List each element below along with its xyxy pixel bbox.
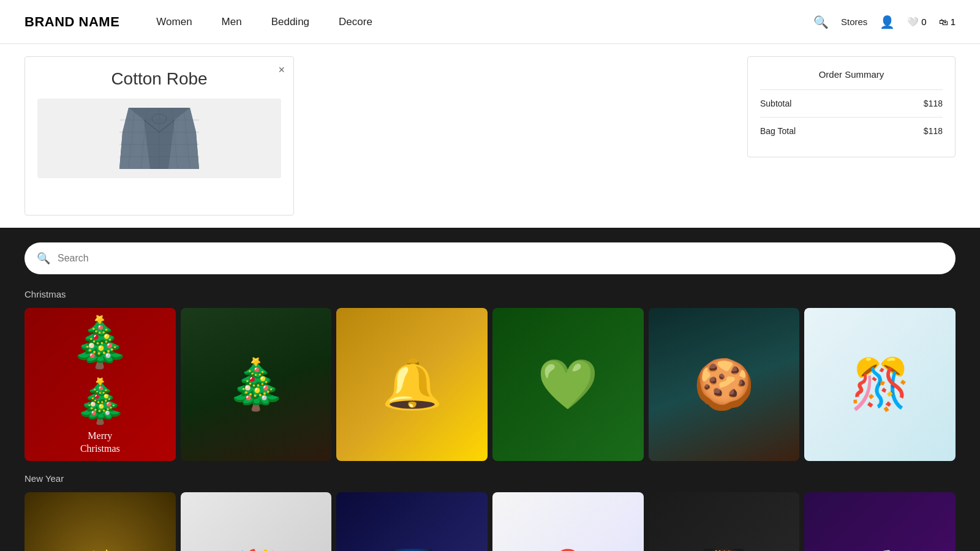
christmas-card-6[interactable]: 🎊 bbox=[804, 308, 956, 461]
wreath-icon: 💚 bbox=[537, 356, 598, 413]
new-year-card-6[interactable]: 🥂 bbox=[804, 492, 956, 551]
christmas-card-5[interactable]: 🍪 bbox=[649, 308, 800, 461]
robe-svg bbox=[110, 102, 208, 175]
christmas-tree-icon-2: 🎄 bbox=[225, 356, 287, 413]
christmas-tree-icon-1: 🎄 bbox=[74, 376, 127, 426]
bag-count: 1 bbox=[951, 17, 956, 27]
nav-men[interactable]: Men bbox=[222, 16, 242, 28]
nav-women[interactable]: Women bbox=[156, 16, 192, 28]
header: BRAND NAME Women Men Bedding Decore 🔍 St… bbox=[0, 0, 980, 44]
sparkler-icon: 🎇 bbox=[701, 547, 747, 552]
wishlist-count: 0 bbox=[921, 17, 926, 27]
subtotal-row: Subtotal $118 bbox=[760, 89, 943, 117]
christmas-card-4[interactable]: 💚 bbox=[492, 308, 644, 461]
new-year-grid: ✨ 🎉 🎆 🎈 🎇 🥂 bbox=[24, 492, 956, 551]
cookies-icon: 🍪 bbox=[693, 356, 755, 413]
search-bar-wrapper: 🔍 bbox=[24, 242, 956, 274]
christmas-card-2[interactable]: 🎄 bbox=[181, 308, 332, 461]
balloon-icon: 🎈 bbox=[545, 547, 591, 552]
new-year-card-1[interactable]: ✨ bbox=[24, 492, 176, 551]
order-summary: Order Summary Subtotal $118 Bag Total $1… bbox=[747, 56, 956, 157]
account-icon[interactable]: 👤 bbox=[880, 15, 895, 29]
new-year-section: New Year ✨ 🎉 🎆 🎈 🎇 🥂 bbox=[24, 473, 956, 551]
header-actions: 🔍 Stores 👤 🤍 0 🛍 1 bbox=[813, 15, 956, 29]
christmas-card-1[interactable]: 🎄 MerryChristmas bbox=[24, 308, 176, 461]
emoji-panel: 🔍 Christmas 🎄 MerryChristmas 🎄 🔔 💚 bbox=[0, 228, 980, 551]
brand-logo[interactable]: BRAND NAME bbox=[24, 14, 119, 30]
bag-total-row: Bag Total $118 bbox=[760, 117, 943, 144]
product-card: × Cotton Robe bbox=[24, 56, 294, 216]
subtotal-value: $118 bbox=[924, 99, 943, 108]
nav-bedding[interactable]: Bedding bbox=[271, 16, 309, 28]
heart-icon: 🤍 bbox=[907, 17, 919, 28]
new-year-card-5[interactable]: 🎇 bbox=[649, 492, 800, 551]
champagne-icon: 🥂 bbox=[857, 547, 903, 552]
product-image bbox=[37, 99, 281, 178]
search-icon-bar: 🔍 bbox=[37, 252, 50, 265]
party-icon: 🎉 bbox=[233, 547, 279, 552]
order-summary-title: Order Summary bbox=[760, 69, 943, 80]
christmas-grid: 🎄 MerryChristmas 🎄 🔔 💚 🍪 🎊 bbox=[24, 308, 956, 461]
bag-total-value: $118 bbox=[924, 126, 943, 136]
ornaments-icon: 🎊 bbox=[850, 356, 911, 413]
bells-icon: 🔔 bbox=[382, 356, 443, 413]
main-content: × Cotton Robe bbox=[0, 44, 980, 228]
sparkle-icon: ✨ bbox=[77, 547, 123, 552]
nav-decore[interactable]: Decore bbox=[339, 16, 372, 28]
main-nav: Women Men Bedding Decore bbox=[156, 16, 813, 28]
wishlist-group[interactable]: 🤍 0 bbox=[907, 17, 926, 28]
new-year-card-4[interactable]: 🎈 bbox=[492, 492, 644, 551]
product-title: Cotton Robe bbox=[37, 69, 281, 89]
new-year-card-2[interactable]: 🎉 bbox=[181, 492, 332, 551]
merry-christmas-text: MerryChristmas bbox=[80, 430, 120, 455]
christmas-label: Christmas bbox=[24, 289, 956, 299]
search-input[interactable] bbox=[58, 253, 943, 264]
christmas-card-3[interactable]: 🔔 bbox=[336, 308, 488, 461]
fireworks-icon: 🎆 bbox=[389, 547, 435, 552]
new-year-label: New Year bbox=[24, 473, 956, 484]
close-button[interactable]: × bbox=[278, 64, 285, 75]
subtotal-label: Subtotal bbox=[760, 99, 791, 108]
new-year-card-3[interactable]: 🎆 bbox=[336, 492, 488, 551]
bag-group[interactable]: 🛍 1 bbox=[939, 17, 956, 27]
search-bar: 🔍 bbox=[24, 242, 956, 274]
bag-icon: 🛍 bbox=[939, 17, 948, 27]
christmas-section: Christmas 🎄 MerryChristmas 🎄 🔔 💚 🍪 bbox=[24, 289, 956, 461]
search-icon[interactable]: 🔍 bbox=[813, 15, 829, 29]
stores-link[interactable]: Stores bbox=[841, 17, 867, 27]
bag-total-label: Bag Total bbox=[760, 126, 796, 136]
